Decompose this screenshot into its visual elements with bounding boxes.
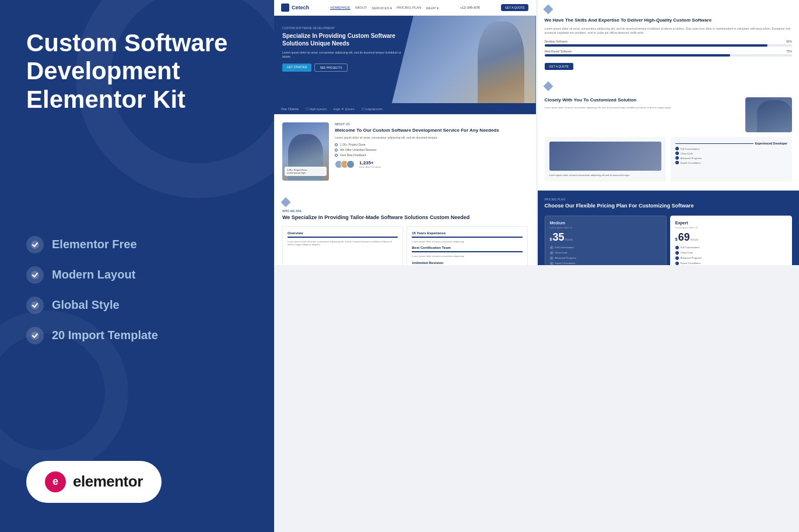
skill-label-desktop: Desktop Software 90% xyxy=(545,40,793,43)
feature-global-style: Global Style xyxy=(26,297,248,314)
dev-check-4: ✓ Expert Consultation xyxy=(675,161,787,164)
who-card-title-4: Unlimited Revision xyxy=(412,261,522,265)
dev-card-desc: Lorem ipsum dolor sit amet consectetur a… xyxy=(549,174,661,177)
work-person-img xyxy=(757,100,792,132)
price-amount-medium: 35 xyxy=(552,232,564,242)
hero-btn-projects[interactable]: SEE PROJECTS xyxy=(314,64,347,72)
work-header: Closely With You To Customized Solution … xyxy=(545,97,793,132)
mini-nav-links: HOMEPAGE ABOUT SERVICES ▾ PRICING PLAN W… xyxy=(330,6,439,10)
mini-logo-icon xyxy=(281,3,289,12)
pricing-features-expert: ✓ Full Customization ✓ Clean Code ✓ Adva… xyxy=(675,246,787,265)
nav-link-about: ABOUT xyxy=(355,6,367,9)
who-sub-card-2: Best Certification Team Lorem ipsum dolo… xyxy=(412,246,522,258)
feature-check-m1: ✓ xyxy=(550,246,553,249)
about-avatars xyxy=(335,160,355,168)
pricing-feature-m1: ✓ Full Customization xyxy=(550,246,661,249)
nav-link-homepage: HOMEPAGE xyxy=(330,6,350,10)
work-developer-block: Lorem ipsum dolor sit amet consectetur a… xyxy=(545,137,793,182)
expert-diamond-icon xyxy=(543,5,553,15)
feature-check-e2: ✓ xyxy=(675,251,679,255)
dev-image xyxy=(549,142,661,171)
plan-name-expert: Expert xyxy=(675,221,787,225)
mini-logo-text: Cetech xyxy=(292,5,309,10)
feature-modern-layout: Modern Layout xyxy=(26,266,248,284)
dev-exp-line xyxy=(675,143,754,144)
skill-label-web: Web Based Software 75% xyxy=(545,50,793,53)
work-desc: Lorem ipsum dolor sit amet, consectetur … xyxy=(545,106,741,110)
hero-desc: Lorem ipsum dolor sit amet, consectetur … xyxy=(282,51,410,59)
client-logo-1: ⬡ high-ipsum xyxy=(306,107,327,111)
who-tag: WHO WE ARE xyxy=(282,209,528,213)
client-logo-3: ⬡ Logoipsum xyxy=(362,107,383,111)
plan-desc-expert: Lorem ipsum dolor sit xyxy=(675,226,787,229)
feature-label-3: Global Style xyxy=(52,298,120,312)
work-text-area: Closely With You To Customized Solution … xyxy=(545,97,741,132)
pricing-feature-m2: ✓ Clean Code xyxy=(550,251,661,255)
dev-check-1: ✓ Full Customization xyxy=(675,147,787,150)
features-list: Elementor Free Modern Layout Global Styl… xyxy=(26,236,248,344)
about-stats: 1,235+ Drive Best Feedback xyxy=(335,160,528,168)
price-dollar-expert: $ xyxy=(675,237,678,241)
feature-check-m4: ✓ xyxy=(550,262,553,265)
svg-point-3 xyxy=(31,332,39,340)
pricing-feature-e3: ✓ Advanced Programs xyxy=(675,256,787,260)
feature-dot-1 xyxy=(335,143,338,146)
preview-expertise-section: BRING YOUR IDEA We Have Expertise To Bui… xyxy=(538,0,800,265)
feature-check-e4: ✓ xyxy=(675,262,679,265)
who-cards: Overview Lorem ipsum dolor sit amet, con… xyxy=(282,226,528,265)
pricing-card-medium: Medium Lorem ipsum dolor sit $ 35 /hours… xyxy=(545,216,667,265)
feature-label-4: 20 Import Template xyxy=(52,329,158,342)
about-img-badge: 1.2K+ Project DoneLorem ipsum high xyxy=(285,167,327,176)
check-icon-4 xyxy=(26,327,44,344)
dev-checks: ✓ Full Customization ✓ Clean Code ✓ Adva… xyxy=(675,147,787,164)
feature-check-m2: ✓ xyxy=(550,251,553,255)
who-diamond-icon xyxy=(281,198,291,207)
work-image xyxy=(745,97,792,132)
elementor-logo-icon: e xyxy=(45,471,66,492)
elementor-badge: e elementor xyxy=(26,461,162,503)
about-content: ABOUT US Welcome To Our Custom Software … xyxy=(335,122,528,181)
hero-btn-started[interactable]: GET STARTED xyxy=(282,64,311,72)
pricing-title: Choose Our Flexible Pricing Plan For Cus… xyxy=(545,203,793,210)
pricing-card-expert: Expert Lorem ipsum dolor sit $ 69 /hours… xyxy=(670,216,792,265)
skill-fill-web xyxy=(545,54,730,57)
expert-quote-button[interactable]: GET A QUOTE xyxy=(545,63,574,70)
who-title: We Specialize In Providing Tailor-Made S… xyxy=(282,214,528,221)
work-title: Closely With You To Customized Solution xyxy=(545,97,741,103)
skill-bg-desktop xyxy=(545,44,793,47)
dev-card-info: Experienced Developer ✓ Full Customizati… xyxy=(671,137,792,182)
feature-import-template: 20 Import Template xyxy=(26,327,248,344)
feature-dot-2 xyxy=(335,149,338,152)
check-icon-3 xyxy=(26,297,44,314)
elementor-badge-text: elementor xyxy=(73,473,143,491)
feature-label-1: Elementor Free xyxy=(52,238,137,251)
plan-price-medium: $ 35 /hours xyxy=(550,232,661,242)
nav-link-what: WHAT ▾ xyxy=(426,6,439,10)
plan-price-expert: $ 69 /hours xyxy=(675,232,787,242)
dev-experienced-title: Experienced Developer xyxy=(675,142,787,145)
skill-bg-web xyxy=(545,54,793,57)
feature-check-m3: ✓ xyxy=(550,256,553,260)
about-feature-2: We Offer Unlimited Revision xyxy=(335,148,528,152)
about-feature-3: Give Best Feedback xyxy=(335,153,528,157)
feature-dot-3 xyxy=(335,154,338,157)
hero-buttons: GET STARTED SEE PROJECTS xyxy=(282,64,410,72)
right-panel: Cetech HOMEPAGE ABOUT SERVICES ▾ PRICING… xyxy=(274,0,799,532)
check-mark-2: ✓ xyxy=(675,152,679,155)
kit-title: Custom Software Development Elementor Ki… xyxy=(26,29,248,114)
about-tag: ABOUT US xyxy=(335,122,528,126)
pricing-feature-e2: ✓ Clean Code xyxy=(675,251,787,255)
check-mark-3: ✓ xyxy=(675,156,679,160)
mini-logo: Cetech xyxy=(281,3,309,12)
price-dollar-medium: $ xyxy=(550,237,552,241)
nav-link-pricing: PRICING PLAN xyxy=(397,6,421,9)
skill-bar-desktop: Desktop Software 90% xyxy=(545,40,793,47)
who-card-text-1: Lorem ipsum dolor sit amet, consectetur … xyxy=(288,240,398,246)
about-image: 1.2K+ Project DoneLorem ipsum high xyxy=(282,122,329,181)
who-card-title-2: 15 Years Experience xyxy=(412,231,522,238)
about-feature-label-1: 1.2K+ Project Done xyxy=(340,143,366,146)
feature-check-e1: ✓ xyxy=(675,246,679,249)
check-mark-4: ✓ xyxy=(675,161,679,164)
about-feature-1: 1.2K+ Project Done xyxy=(335,143,528,146)
hero-tag: CUSTOM SOFTWARE DEVELOPMENT xyxy=(282,26,410,30)
